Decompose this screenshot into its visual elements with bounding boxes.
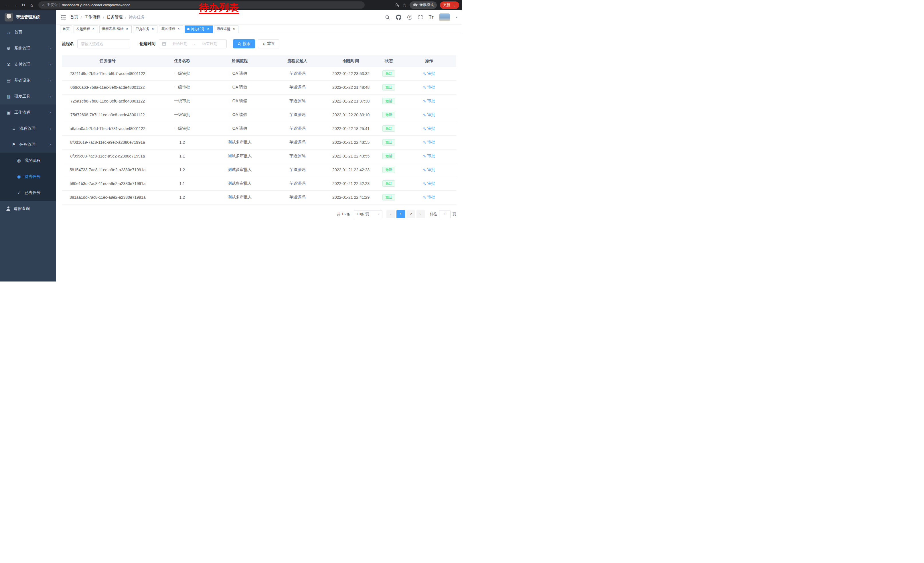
warning-icon: ⚠ [42, 3, 45, 7]
status-cell: 激活 [376, 81, 402, 94]
approve-link[interactable]: ✎ 审批 [423, 140, 435, 145]
font-size-icon[interactable]: T T [429, 15, 434, 20]
tab[interactable]: 待办任务 × [184, 26, 213, 33]
tab[interactable]: 首页 × [60, 26, 72, 33]
avatar[interactable] [440, 14, 450, 21]
breadcrumb-item[interactable]: 工作流程 / [84, 15, 107, 20]
breadcrumb-separator: / [81, 15, 82, 20]
date-range-picker[interactable]: 开始日期 - 结束日期 [159, 39, 227, 48]
sidebar-item-process-manage[interactable]: ≡ 流程管理 ∨ [0, 120, 56, 137]
approve-link[interactable]: ✎ 审批 [423, 71, 435, 76]
status-cell: 激活 [376, 191, 402, 204]
fullscreen-icon[interactable] [418, 15, 423, 20]
sidebar: 芋道管理系统 ⌂ 首页 ⚙ 系统管理 ∨ ¥ 支付管理 ∨ ▤ [0, 10, 56, 281]
devtools-icon: ▥ [6, 94, 12, 99]
key-icon[interactable] [395, 3, 400, 8]
browser-back-icon[interactable]: ← [3, 1, 10, 9]
tab[interactable]: 流程表单-编辑 × [99, 26, 132, 33]
approve-link[interactable]: ✎ 审批 [423, 181, 435, 186]
next-page-button[interactable]: › [417, 210, 425, 218]
sidebar-collapse-icon[interactable] [61, 15, 66, 20]
tab[interactable]: 已办任务 × [133, 26, 158, 33]
app-title: 芋道管理系统 [16, 15, 40, 20]
sidebar-item-my-process[interactable]: ◎ 我的流程 [0, 153, 56, 169]
table-header: 任务编号任务名称所属流程流程发起人创建时间状态操作 [62, 55, 456, 67]
sidebar-item-devtools[interactable]: ▥ 研发工具 ∨ [0, 89, 56, 105]
table-column-header: 流程发起人 [268, 55, 326, 67]
range-separator: - [194, 42, 196, 46]
sidebar-item-payment[interactable]: ¥ 支付管理 ∨ [0, 56, 56, 72]
status-badge: 激活 [382, 125, 395, 132]
tab-close-icon[interactable]: × [91, 27, 95, 31]
done-task-icon: ✓ [16, 190, 22, 195]
process-name-label: 流程名 [62, 41, 74, 47]
approve-link[interactable]: ✎ 审批 [423, 99, 435, 104]
annotation-overlay: 待办列表 [199, 2, 239, 14]
sidebar-item-workflow[interactable]: ▣ 工作流程 ∧ [0, 105, 56, 120]
process-cell: 测试多审批人 [211, 135, 268, 149]
tab[interactable]: 我的流程 × [159, 26, 183, 33]
update-button[interactable]: 更新 ⋮ [440, 2, 459, 9]
approve-link[interactable]: ✎ 审批 [423, 112, 435, 117]
task-name-cell: 1.2 [153, 191, 211, 204]
url-text[interactable]: dashboard.yudao.iocoder.cn/bpm/task/todo [62, 3, 130, 7]
approve-link[interactable]: ✎ 审批 [423, 167, 435, 173]
breadcrumb-item[interactable]: 任务管理 / [106, 15, 129, 20]
edit-icon: ✎ [423, 140, 426, 145]
browser-menu-icon[interactable]: ⋮ [452, 3, 456, 7]
approve-link[interactable]: ✎ 审批 [423, 195, 435, 200]
task-id-cell: 8f059c03-7ac8-11ec-a9e2-a2380e71991a [62, 149, 153, 163]
browser-reload-icon[interactable]: ↻ [20, 1, 27, 9]
app-logo-row[interactable]: 芋道管理系统 [0, 10, 56, 24]
browser-forward-icon[interactable]: → [11, 1, 19, 9]
search-icon[interactable] [385, 15, 390, 20]
process-cell: OA 请假 [211, 67, 268, 81]
help-icon[interactable]: ? [407, 15, 412, 20]
edit-icon: ✎ [423, 195, 426, 200]
tab-close-icon[interactable]: × [232, 27, 236, 31]
search-button[interactable]: 搜索 [233, 39, 255, 48]
breadcrumb-item[interactable]: 首页 / [70, 15, 84, 20]
goto-page: 前往 页 [430, 210, 456, 218]
process-name-input[interactable] [77, 39, 130, 48]
sidebar-item-done-task[interactable]: ✓ 已办任务 [0, 185, 56, 201]
goto-page-input[interactable] [439, 210, 450, 218]
app: 芋道管理系统 ⌂ 首页 ⚙ 系统管理 ∨ ¥ 支付管理 ∨ ▤ [0, 10, 462, 281]
table-row: 75d72608-7b7f-11ec-a3c8-acde48001122 一级审… [62, 108, 456, 122]
prev-page-button[interactable]: ‹ [386, 210, 395, 218]
tab[interactable]: 流程详情 × [214, 26, 238, 33]
breadcrumb-item[interactable]: 待办任务 / [129, 15, 145, 20]
tab-close-icon[interactable]: × [206, 27, 210, 31]
sidebar-item-leave-query[interactable]: 请假查询 [0, 201, 56, 217]
action-cell: ✎ 审批 [402, 81, 456, 94]
sidebar-item-task-manage[interactable]: ⚑ 任务管理 ∧ [0, 137, 56, 153]
page-number-button[interactable]: 2 [406, 210, 415, 218]
edit-icon: ✎ [423, 126, 426, 131]
starter-cell: 芋道源码 [268, 163, 326, 177]
avatar-caret-icon[interactable]: ▾ [456, 15, 458, 19]
tab[interactable]: 发起流程 × [74, 26, 98, 33]
sidebar-item-infrastructure[interactable]: ▤ 基础设施 ∨ [0, 72, 56, 89]
approve-link[interactable]: ✎ 审批 [423, 126, 435, 131]
page-number-button[interactable]: 1 [396, 210, 405, 218]
tab-close-icon[interactable]: × [151, 27, 155, 31]
end-date-placeholder[interactable]: 结束日期 [196, 41, 224, 47]
sidebar-item-system[interactable]: ⚙ 系统管理 ∨ [0, 41, 56, 56]
browser-home-icon[interactable]: ⌂ [28, 1, 36, 9]
approve-link[interactable]: ✎ 审批 [423, 85, 435, 90]
approve-link[interactable]: ✎ 审批 [423, 153, 435, 159]
tab-close-icon[interactable]: × [125, 27, 129, 31]
bookmark-star-icon[interactable]: ☆ [403, 3, 406, 8]
process-cell: OA 请假 [211, 122, 268, 135]
reset-button[interactable]: ↻ 重置 [258, 39, 279, 48]
page-size-select[interactable]: 10条/页 ▾ [354, 210, 382, 218]
sidebar-item-dashboard[interactable]: ⌂ 首页 [0, 24, 56, 41]
github-icon[interactable] [396, 15, 401, 20]
create-time-cell: 2022-01-22 18:25:41 [326, 122, 376, 135]
status-badge: 激活 [382, 180, 395, 187]
incognito-chip[interactable]: 无痕模式 [410, 2, 437, 9]
start-date-placeholder[interactable]: 开始日期 [166, 41, 194, 47]
sidebar-item-todo-task[interactable]: ◉ 待办任务 [0, 169, 56, 185]
tab-close-icon[interactable]: × [177, 27, 181, 31]
security-label[interactable]: 不安全 [47, 3, 58, 8]
